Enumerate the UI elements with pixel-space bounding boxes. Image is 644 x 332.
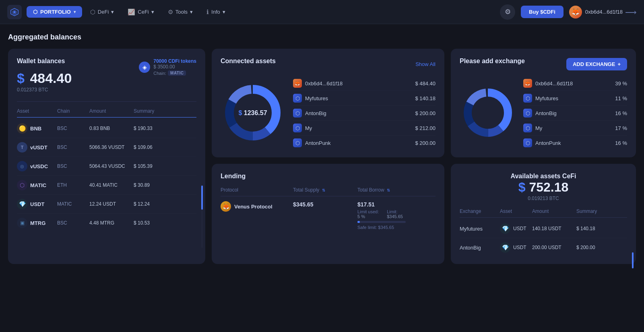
connected-amount-4: $ 200.00: [415, 140, 436, 146]
connected-label-0: 0xb6d4...6d1f18: [305, 80, 343, 87]
supply-sort-icon: ⇅: [322, 188, 325, 192]
cefi-menu-item[interactable]: 📈 CeFi ▾: [122, 6, 159, 19]
wallet-amount-value: 484.40: [30, 70, 72, 86]
fox-icon-0: 🦊: [293, 79, 302, 88]
wallet-btc: 0.012373 BTC: [17, 87, 72, 93]
svg-point-2: [14, 11, 16, 13]
usdt-icon: 💎: [17, 199, 27, 209]
exchange-name-4: ⬡ AntonPunk: [523, 138, 561, 147]
cefi-chevron: ▾: [151, 9, 154, 15]
portfolio-chevron: ▾: [74, 10, 76, 14]
supply-amount: $345.65: [293, 201, 357, 208]
cefi-exchange-1: AntonBig: [460, 245, 500, 251]
amount-mtrg: 4.48 MTRG: [89, 220, 134, 226]
scroll-indicator[interactable]: [201, 186, 203, 248]
borrow-amount: $17.51: [357, 201, 436, 208]
asset-name-vusdc: vUSDC: [30, 163, 48, 169]
donut-amount: 1236.57: [244, 109, 267, 116]
limit-used-label: Limit used:: [357, 209, 379, 214]
table-row: 💎 USDT MATIC 12.24 USDT $ 12.24: [17, 195, 196, 214]
exchange-list: 🦊 0xb6d4...6d1f18 39 % ⬡ Myfutures 11 %: [523, 76, 627, 150]
portfolio-button[interactable]: ⬡ PORTFOLIO ▾: [27, 6, 82, 18]
portfolio-label: PORTFOLIO: [40, 9, 71, 15]
lending-col-protocol: Protocol: [221, 187, 293, 193]
connected-amount-1: $ 140.18: [415, 95, 436, 101]
main-content: Aggregated balances Wallet balances $ 48…: [0, 24, 644, 272]
exchange-header-row: Please add exchange ADD EXCHANGE +: [460, 58, 627, 70]
list-item: ⬡ AntonBig $ 200.00: [293, 106, 436, 121]
add-exchange-button[interactable]: ADD EXCHANGE +: [566, 58, 627, 70]
summary-matic: $ 30.89: [134, 182, 170, 188]
table-row: ▣ MTRG BSC 4.48 MTRG $ 10.53: [17, 214, 196, 232]
navbar: ⬡ PORTFOLIO ▾ ⬡ DeFi ▾ 📈 CeFi ▾ ⚙ Tools …: [0, 0, 644, 24]
asset-cell-matic: ⬡ MATIC: [17, 180, 57, 190]
exchange-pct-0: 39 %: [615, 80, 627, 87]
cube-icon-4: ⬡: [293, 138, 302, 147]
info-menu-item[interactable]: ℹ Info ▾: [201, 6, 231, 19]
limit-used-val: 5 %: [357, 214, 379, 219]
bnb-icon: 🟡: [17, 123, 27, 134]
logout-icon: ⟶: [625, 8, 637, 16]
app-logo: [7, 5, 22, 19]
exchange-label-0: 0xb6d4...6d1f18: [535, 80, 573, 87]
cefi-amount: $ 752.18: [460, 180, 627, 195]
usdt-icon-cefi-0: 💎: [500, 223, 510, 234]
chain-mtrg: BSC: [57, 220, 89, 226]
defi-menu-item[interactable]: ⬡ DeFi ▾: [85, 6, 120, 19]
exchange-label-3: My: [535, 125, 542, 131]
cefi-asset-name-0: USDT: [513, 226, 526, 231]
connected-label-1: Myfutures: [305, 95, 328, 101]
exchange-label-1: Myfutures: [535, 95, 558, 101]
donut-chart: $ 1236.57: [221, 80, 285, 146]
table-row: ⬡ MATIC ETH 40.41 MATIC $ 30.89: [17, 176, 196, 195]
exchange-title: Please add exchange: [460, 58, 525, 65]
connected-name-4: ⬡ AntonPunk: [293, 138, 331, 147]
settings-button[interactable]: ⚙: [500, 4, 515, 20]
connected-name-0: 🦊 0xb6d4...6d1f18: [293, 79, 343, 88]
cefi-asset-cell-0: 💎 USDT: [500, 223, 532, 234]
asset-cell-vusdt: T vUSDT: [17, 142, 57, 153]
wallet-table-header: Asset Chain Amount Summary: [17, 107, 196, 117]
connected-amount-3: $ 212.00: [415, 125, 436, 131]
list-item: ⬡ Myfutures $ 140.18: [293, 91, 436, 106]
connected-label-3: My: [305, 125, 312, 131]
summary-bnb: $ 190.33: [134, 126, 170, 131]
wallet-dollar: $: [17, 70, 25, 86]
wallet-main-amount: $ 484.40: [17, 70, 72, 86]
chain-vusdt: BSC: [57, 144, 89, 150]
cefi-amount-value: 752.18: [529, 180, 568, 194]
defi-chevron: ▾: [111, 9, 114, 15]
table-row: AntonBig 💎 USDT 200.00 USDT $ 200.00: [460, 238, 627, 257]
connected-inner: $ 1236.57 🦊 0xb6d4...6d1f18 $ 484.40: [221, 76, 436, 150]
protocol-cell: 🦊 Venus Protocol: [221, 201, 293, 212]
wallet-cdfi-box: ◈ 70000 CDFi tokens $ 3500.00 Chain: MAT…: [139, 58, 196, 76]
buy-cdfi-label: Buy $CDFi: [529, 9, 555, 15]
summary-vusdt: $ 109.06: [134, 144, 170, 150]
borrow-cell: $17.51 Limit used: 5 % Limit: $345.65: [357, 201, 436, 230]
asset-name-mtrg: MTRG: [30, 220, 45, 226]
cefi-dollar: $: [518, 180, 529, 194]
venus-icon: 🦊: [221, 201, 231, 212]
logout-button[interactable]: ⟶: [625, 7, 637, 17]
table-row: 🟡 BNB BSC 0.83 BNB $ 190.33: [17, 119, 196, 138]
add-exchange-label: ADD EXCHANGE: [573, 61, 615, 67]
show-all-button[interactable]: Show All: [415, 61, 436, 67]
cefi-scroll-indicator[interactable]: [632, 252, 634, 256]
amount-vusdt: 5066.36 VUSDT: [89, 144, 134, 150]
wallet-address-display: 🦊 0xb6d4...6d1f18: [569, 6, 623, 19]
buy-cdfi-button[interactable]: Buy $CDFi: [521, 6, 564, 18]
amount-matic: 40.41 MATIC: [89, 182, 134, 188]
defi-label: DeFi: [98, 9, 109, 15]
chain-matic: ETH: [57, 182, 89, 188]
progress-bar-bg: [357, 221, 406, 223]
tools-menu-item[interactable]: ⚙ Tools ▾: [162, 6, 198, 19]
lending-title: Lending: [221, 173, 436, 180]
cefi-card: Available assets CeFi $ 752.18 0.019213 …: [451, 164, 636, 264]
limit-used-block: Limit used: 5 %: [357, 209, 379, 219]
progress-bar-fill: [357, 221, 360, 223]
info-chevron: ▾: [223, 9, 225, 15]
list-item: ⬡ AntonBig 16 %: [523, 106, 627, 121]
cefi-title: Available assets CeFi: [460, 173, 627, 180]
connected-assets-card: Connected assets Show All: [212, 49, 444, 157]
avatar: 🦊: [569, 6, 582, 19]
